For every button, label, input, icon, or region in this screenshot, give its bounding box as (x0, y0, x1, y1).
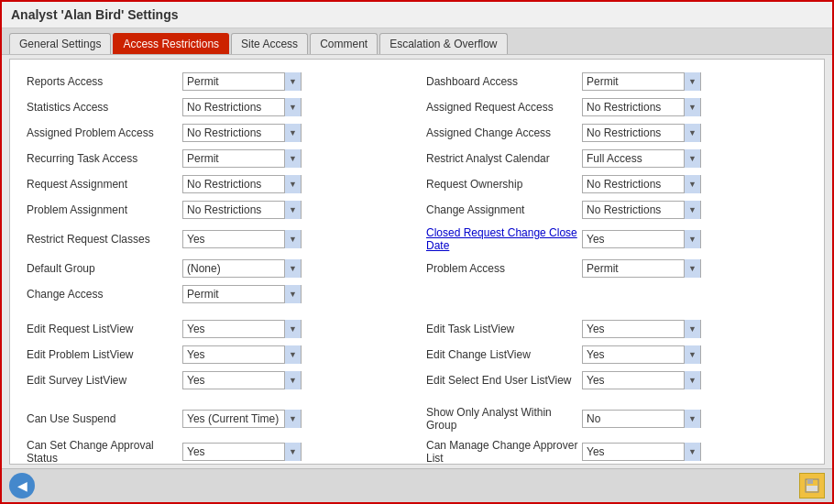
section-divider-1 (21, 307, 813, 316)
dropdown-default-group-arrow[interactable]: ▼ (284, 259, 301, 278)
dropdown-restrict-request-classes-arrow[interactable]: ▼ (284, 230, 301, 248)
dropdown-restrict-analyst-calendar[interactable]: Full Access ▼ (582, 149, 701, 168)
dropdown-edit-task-listview-arrow[interactable]: ▼ (684, 320, 700, 338)
dropdown-closed-request-change-close-date[interactable]: Yes ▼ (582, 230, 701, 248)
empty-field-9 (417, 281, 813, 307)
dropdown-change-assignment-arrow[interactable]: ▼ (684, 201, 700, 219)
dropdown-edit-problem-listview-arrow[interactable]: ▼ (284, 345, 301, 364)
dropdown-can-use-suspend-arrow[interactable]: ▼ (284, 410, 301, 428)
dropdown-assigned-problem-access-arrow[interactable]: ▼ (284, 124, 301, 142)
dropdown-show-only-analyst-within-group-arrow[interactable]: ▼ (684, 410, 700, 428)
dropdown-edit-task-listview[interactable]: Yes ▼ (582, 320, 701, 338)
dropdown-can-use-suspend[interactable]: Yes (Current Time) ▼ (182, 410, 302, 428)
tab-access-restrictions[interactable]: Access Restrictions (113, 33, 229, 54)
label-request-ownership: Request Ownership (426, 178, 582, 191)
label-request-assignment: Request Assignment (27, 178, 182, 191)
label-can-use-suspend: Can Use Suspend (27, 412, 182, 425)
bottom-bar: ◀ (2, 468, 832, 502)
dropdown-show-only-analyst-within-group[interactable]: No ▼ (582, 410, 701, 428)
control-assigned-request-access: No Restrictions ▼ (582, 98, 701, 116)
dropdown-assigned-request-access-arrow[interactable]: ▼ (684, 98, 700, 116)
dropdown-assigned-request-access[interactable]: No Restrictions ▼ (582, 98, 701, 116)
dropdown-edit-survey-listview[interactable]: Yes ▼ (182, 371, 302, 389)
dropdown-restrict-request-classes[interactable]: Yes ▼ (182, 230, 302, 248)
dropdown-edit-select-end-user-listview[interactable]: Yes ▼ (582, 371, 701, 389)
label-show-only-analyst-within-group: Show Only Analyst Within Group (426, 406, 582, 432)
label-statistics-access: Statistics Access (27, 101, 182, 114)
dropdown-assigned-change-access[interactable]: No Restrictions ▼ (582, 124, 701, 142)
dropdown-problem-assignment[interactable]: No Restrictions ▼ (182, 201, 302, 219)
control-edit-select-end-user-listview: Yes ▼ (582, 371, 701, 389)
control-restrict-analyst-calendar: Full Access ▼ (582, 149, 701, 168)
label-edit-task-listview: Edit Task ListView (426, 323, 582, 335)
dropdown-statistics-access[interactable]: No Restrictions ▼ (182, 98, 302, 116)
tab-escalation-overflow[interactable]: Escalation & Overflow (379, 33, 507, 54)
dropdown-assigned-problem-access[interactable]: No Restrictions ▼ (182, 124, 302, 142)
dropdown-edit-problem-listview[interactable]: Yes ▼ (182, 345, 302, 364)
dropdown-request-ownership-arrow[interactable]: ▼ (684, 175, 700, 193)
field-restrict-request-classes: Restrict Request Classes Yes ▼ (21, 223, 417, 256)
dropdown-problem-access-arrow[interactable]: ▼ (684, 259, 700, 278)
window-title: Analyst 'Alan Bird' Settings (2, 2, 832, 28)
label-closed-request-change-close-date[interactable]: Closed Request Change Close Date (426, 226, 582, 252)
dropdown-problem-access[interactable]: Permit ▼ (582, 259, 701, 278)
content-area: Reports Access Permit ▼ Dashboard Access… (9, 59, 825, 465)
svg-rect-2 (807, 486, 818, 491)
dropdown-restrict-analyst-calendar-arrow[interactable]: ▼ (684, 149, 700, 168)
label-recurring-task-access: Recurring Task Access (27, 152, 182, 165)
control-problem-access: Permit ▼ (582, 259, 701, 278)
label-edit-request-listview: Edit Request ListView (27, 323, 182, 335)
dropdown-edit-request-listview[interactable]: Yes ▼ (182, 320, 302, 338)
tabs-bar: General Settings Access Restrictions Sit… (2, 28, 832, 55)
dropdown-recurring-task-access[interactable]: Permit ▼ (182, 149, 302, 168)
dropdown-edit-survey-listview-arrow[interactable]: ▼ (284, 371, 301, 389)
label-change-access: Change Access (27, 288, 182, 301)
label-default-group: Default Group (27, 262, 182, 275)
dropdown-request-assignment-arrow[interactable]: ▼ (284, 175, 301, 193)
label-can-manage-change-approver-list: Can Manage Change Approver List (426, 439, 582, 465)
dropdown-change-access[interactable]: Permit ▼ (182, 285, 302, 303)
dropdown-change-access-arrow[interactable]: ▼ (284, 285, 301, 303)
back-button[interactable]: ◀ (9, 473, 35, 499)
field-request-assignment: Request Assignment No Restrictions ▼ (21, 171, 417, 197)
dropdown-edit-request-listview-arrow[interactable]: ▼ (284, 320, 301, 338)
dropdown-statistics-access-arrow[interactable]: ▼ (284, 98, 301, 116)
dropdown-dashboard-access-arrow[interactable]: ▼ (684, 72, 700, 91)
label-restrict-analyst-calendar: Restrict Analyst Calendar (426, 152, 582, 165)
tab-general-settings[interactable]: General Settings (9, 33, 111, 54)
dropdown-can-manage-change-approver-list-arrow[interactable]: ▼ (684, 443, 700, 461)
save-icon (804, 477, 820, 494)
label-can-set-change-approval-status: Can Set Change Approval Status (27, 439, 182, 465)
dropdown-request-assignment[interactable]: No Restrictions ▼ (182, 175, 302, 193)
label-reports-access: Reports Access (27, 75, 182, 88)
field-can-set-change-approval-status: Can Set Change Approval Status Yes ▼ (21, 435, 417, 465)
svg-rect-1 (807, 479, 813, 484)
dropdown-edit-change-listview-arrow[interactable]: ▼ (684, 345, 700, 364)
dropdown-default-group[interactable]: (None) ▼ (182, 259, 302, 278)
dropdown-problem-assignment-arrow[interactable]: ▼ (284, 201, 301, 219)
save-button[interactable] (799, 473, 825, 499)
label-restrict-request-classes: Restrict Request Classes (27, 233, 182, 246)
dropdown-can-manage-change-approver-list[interactable]: Yes ▼ (582, 443, 701, 461)
label-change-assignment: Change Assignment (426, 203, 582, 216)
dropdown-edit-select-end-user-listview-arrow[interactable]: ▼ (684, 371, 700, 389)
dropdown-reports-access-arrow[interactable]: ▼ (284, 72, 301, 91)
label-assigned-request-access: Assigned Request Access (426, 101, 582, 114)
dropdown-request-ownership[interactable]: No Restrictions ▼ (582, 175, 701, 193)
dropdown-change-assignment[interactable]: No Restrictions ▼ (582, 201, 701, 219)
dropdown-assigned-change-access-arrow[interactable]: ▼ (684, 124, 700, 142)
dropdown-can-set-change-approval-status-arrow[interactable]: ▼ (284, 443, 301, 461)
label-assigned-problem-access: Assigned Problem Access (27, 126, 182, 139)
control-edit-survey-listview: Yes ▼ (182, 371, 302, 389)
control-edit-problem-listview: Yes ▼ (182, 345, 302, 364)
control-edit-task-listview: Yes ▼ (582, 320, 701, 338)
control-request-ownership: No Restrictions ▼ (582, 175, 701, 193)
dropdown-dashboard-access[interactable]: Permit ▼ (582, 72, 701, 91)
dropdown-can-set-change-approval-status[interactable]: Yes ▼ (182, 443, 302, 461)
tab-site-access[interactable]: Site Access (231, 33, 308, 54)
dropdown-closed-request-change-close-date-arrow[interactable]: ▼ (684, 230, 700, 248)
dropdown-reports-access[interactable]: Permit ▼ (182, 72, 302, 91)
dropdown-edit-change-listview[interactable]: Yes ▼ (582, 345, 701, 364)
tab-comment[interactable]: Comment (310, 33, 378, 54)
dropdown-recurring-task-access-arrow[interactable]: ▼ (284, 149, 301, 168)
